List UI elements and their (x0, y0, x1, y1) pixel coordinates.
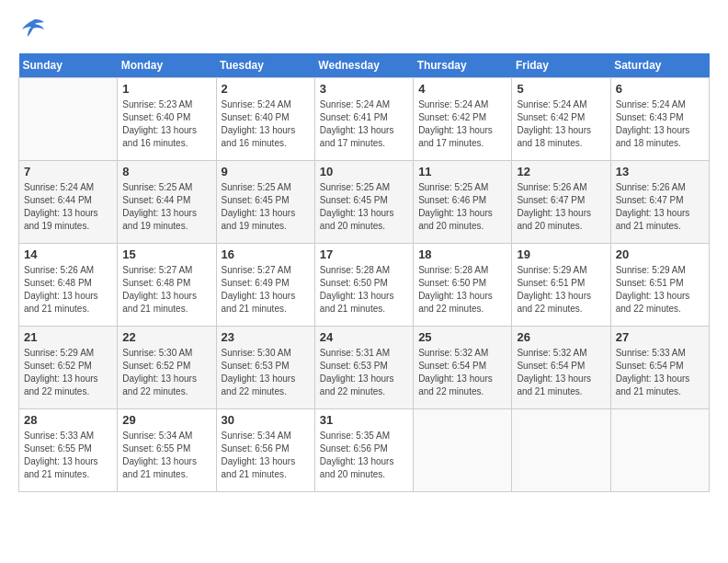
day-number: 14 (24, 247, 112, 261)
day-info: Sunrise: 5:25 AM Sunset: 6:45 PM Dayligh… (222, 181, 310, 233)
day-number: 20 (616, 247, 704, 261)
day-info: Sunrise: 5:32 AM Sunset: 6:54 PM Dayligh… (418, 347, 506, 398)
day-info: Sunrise: 5:23 AM Sunset: 6:40 PM Dayligh… (122, 98, 210, 150)
day-info: Sunrise: 5:30 AM Sunset: 6:53 PM Dayligh… (222, 347, 310, 398)
day-number: 28 (24, 413, 112, 427)
day-info: Sunrise: 5:33 AM Sunset: 6:54 PM Dayligh… (616, 347, 704, 398)
calendar-cell: 11Sunrise: 5:25 AM Sunset: 6:46 PM Dayli… (414, 161, 512, 244)
day-info: Sunrise: 5:31 AM Sunset: 6:53 PM Dayligh… (320, 347, 408, 398)
weekday-header-tuesday: Tuesday (216, 53, 314, 78)
day-number: 6 (616, 82, 704, 96)
day-info: Sunrise: 5:24 AM Sunset: 6:43 PM Dayligh… (616, 98, 704, 150)
day-info: Sunrise: 5:35 AM Sunset: 6:56 PM Dayligh… (320, 430, 408, 481)
day-info: Sunrise: 5:34 AM Sunset: 6:56 PM Dayligh… (222, 430, 310, 481)
calendar-week-row: 7Sunrise: 5:24 AM Sunset: 6:44 PM Daylig… (19, 161, 710, 244)
day-info: Sunrise: 5:24 AM Sunset: 6:42 PM Dayligh… (418, 98, 506, 150)
day-info: Sunrise: 5:28 AM Sunset: 6:50 PM Dayligh… (320, 264, 408, 316)
day-info: Sunrise: 5:24 AM Sunset: 6:40 PM Dayligh… (222, 98, 310, 150)
calendar-week-row: 1Sunrise: 5:23 AM Sunset: 6:40 PM Daylig… (19, 78, 710, 161)
weekday-header-wednesday: Wednesday (314, 53, 413, 78)
day-number: 13 (616, 165, 704, 178)
calendar-cell: 7Sunrise: 5:24 AM Sunset: 6:44 PM Daylig… (19, 161, 118, 244)
calendar-cell: 10Sunrise: 5:25 AM Sunset: 6:45 PM Dayli… (314, 161, 413, 244)
calendar-cell: 24Sunrise: 5:31 AM Sunset: 6:53 PM Dayli… (314, 327, 413, 409)
day-info: Sunrise: 5:26 AM Sunset: 6:47 PM Dayligh… (517, 181, 605, 233)
day-number: 25 (418, 330, 506, 344)
calendar-cell (414, 409, 512, 492)
calendar-cell: 2Sunrise: 5:24 AM Sunset: 6:40 PM Daylig… (216, 78, 314, 161)
calendar-cell: 3Sunrise: 5:24 AM Sunset: 6:41 PM Daylig… (314, 78, 413, 161)
day-info: Sunrise: 5:24 AM Sunset: 6:42 PM Dayligh… (517, 98, 605, 150)
weekday-header-sunday: Sunday (19, 53, 118, 78)
day-info: Sunrise: 5:29 AM Sunset: 6:51 PM Dayligh… (517, 264, 605, 316)
weekday-header-saturday: Saturday (610, 53, 709, 78)
day-number: 7 (24, 165, 112, 178)
day-number: 11 (418, 165, 506, 178)
calendar-cell: 6Sunrise: 5:24 AM Sunset: 6:43 PM Daylig… (610, 78, 709, 161)
calendar-cell: 5Sunrise: 5:24 AM Sunset: 6:42 PM Daylig… (512, 78, 610, 161)
calendar-table: SundayMondayTuesdayWednesdayThursdayFrid… (18, 53, 710, 492)
calendar-cell: 14Sunrise: 5:26 AM Sunset: 6:48 PM Dayli… (19, 244, 118, 327)
calendar-cell: 17Sunrise: 5:28 AM Sunset: 6:50 PM Dayli… (314, 244, 413, 327)
weekday-header-friday: Friday (512, 53, 610, 78)
day-info: Sunrise: 5:25 AM Sunset: 6:44 PM Dayligh… (122, 181, 210, 233)
day-number: 22 (122, 330, 210, 344)
calendar-cell: 13Sunrise: 5:26 AM Sunset: 6:47 PM Dayli… (610, 161, 709, 244)
day-info: Sunrise: 5:27 AM Sunset: 6:49 PM Dayligh… (222, 264, 310, 316)
calendar-cell: 8Sunrise: 5:25 AM Sunset: 6:44 PM Daylig… (118, 161, 216, 244)
day-info: Sunrise: 5:34 AM Sunset: 6:55 PM Dayligh… (122, 430, 210, 481)
day-info: Sunrise: 5:25 AM Sunset: 6:45 PM Dayligh… (320, 181, 408, 233)
day-number: 17 (320, 247, 408, 261)
day-info: Sunrise: 5:26 AM Sunset: 6:47 PM Dayligh… (616, 181, 704, 233)
calendar-cell: 30Sunrise: 5:34 AM Sunset: 6:56 PM Dayli… (216, 409, 314, 492)
weekday-header-thursday: Thursday (414, 53, 512, 78)
calendar-cell: 21Sunrise: 5:29 AM Sunset: 6:52 PM Dayli… (19, 327, 118, 409)
day-number: 16 (222, 247, 310, 261)
day-info: Sunrise: 5:25 AM Sunset: 6:46 PM Dayligh… (418, 181, 506, 233)
day-number: 8 (122, 165, 210, 178)
day-number: 31 (320, 413, 408, 427)
day-number: 21 (24, 330, 112, 344)
calendar-week-row: 21Sunrise: 5:29 AM Sunset: 6:52 PM Dayli… (19, 327, 710, 409)
day-info: Sunrise: 5:24 AM Sunset: 6:44 PM Dayligh… (24, 181, 112, 233)
day-number: 29 (122, 413, 210, 427)
day-info: Sunrise: 5:32 AM Sunset: 6:54 PM Dayligh… (517, 347, 605, 398)
calendar-cell: 9Sunrise: 5:25 AM Sunset: 6:45 PM Daylig… (216, 161, 314, 244)
weekday-header-monday: Monday (118, 53, 216, 78)
weekday-header-row: SundayMondayTuesdayWednesdayThursdayFrid… (19, 53, 710, 78)
day-number: 4 (418, 82, 506, 96)
calendar-cell: 29Sunrise: 5:34 AM Sunset: 6:55 PM Dayli… (118, 409, 216, 492)
logo (18, 18, 46, 39)
calendar-cell: 20Sunrise: 5:29 AM Sunset: 6:51 PM Dayli… (610, 244, 709, 327)
day-number: 5 (517, 82, 605, 96)
calendar-cell (19, 78, 118, 161)
page-header (18, 18, 710, 39)
day-number: 30 (222, 413, 310, 427)
calendar-cell: 23Sunrise: 5:30 AM Sunset: 6:53 PM Dayli… (216, 327, 314, 409)
calendar-cell: 31Sunrise: 5:35 AM Sunset: 6:56 PM Dayli… (314, 409, 413, 492)
day-number: 15 (122, 247, 210, 261)
calendar-cell: 22Sunrise: 5:30 AM Sunset: 6:52 PM Dayli… (118, 327, 216, 409)
day-info: Sunrise: 5:29 AM Sunset: 6:51 PM Dayligh… (616, 264, 704, 316)
day-number: 12 (517, 165, 605, 178)
day-info: Sunrise: 5:28 AM Sunset: 6:50 PM Dayligh… (418, 264, 506, 316)
calendar-cell (512, 409, 610, 492)
calendar-cell: 18Sunrise: 5:28 AM Sunset: 6:50 PM Dayli… (414, 244, 512, 327)
day-number: 9 (222, 165, 310, 178)
day-info: Sunrise: 5:24 AM Sunset: 6:41 PM Dayligh… (320, 98, 408, 150)
logo-bird-icon (20, 18, 46, 44)
calendar-cell: 12Sunrise: 5:26 AM Sunset: 6:47 PM Dayli… (512, 161, 610, 244)
day-number: 10 (320, 165, 408, 178)
day-number: 19 (517, 247, 605, 261)
calendar-cell: 19Sunrise: 5:29 AM Sunset: 6:51 PM Dayli… (512, 244, 610, 327)
calendar-cell: 16Sunrise: 5:27 AM Sunset: 6:49 PM Dayli… (216, 244, 314, 327)
day-info: Sunrise: 5:29 AM Sunset: 6:52 PM Dayligh… (24, 347, 112, 398)
calendar-cell: 26Sunrise: 5:32 AM Sunset: 6:54 PM Dayli… (512, 327, 610, 409)
calendar-cell: 25Sunrise: 5:32 AM Sunset: 6:54 PM Dayli… (414, 327, 512, 409)
day-number: 1 (122, 82, 210, 96)
day-number: 27 (616, 330, 704, 344)
calendar-week-row: 28Sunrise: 5:33 AM Sunset: 6:55 PM Dayli… (19, 409, 710, 492)
calendar-cell (610, 409, 709, 492)
day-number: 24 (320, 330, 408, 344)
day-info: Sunrise: 5:33 AM Sunset: 6:55 PM Dayligh… (24, 430, 112, 481)
